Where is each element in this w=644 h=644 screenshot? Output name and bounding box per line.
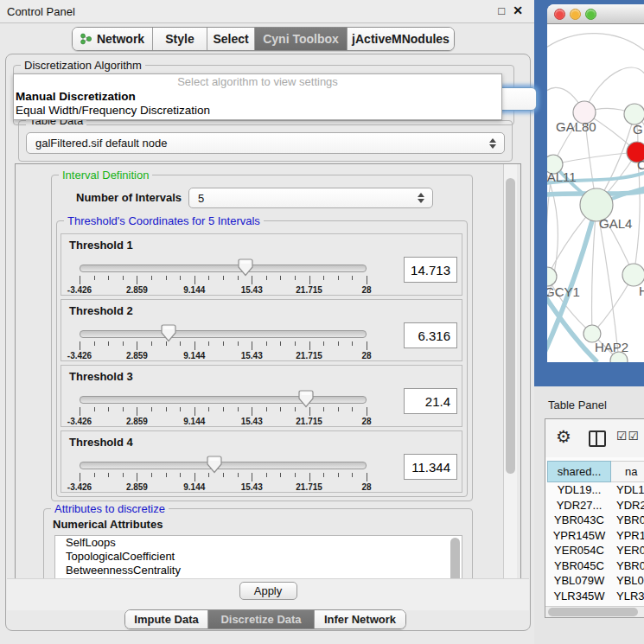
- slider-tick: [338, 407, 339, 411]
- table-row[interactable]: YLR345WYLR3: [547, 589, 644, 604]
- table-row[interactable]: YDR27...YDR2: [547, 498, 644, 513]
- network-node-label: H: [639, 284, 644, 298]
- table-header-row: shared... na: [547, 461, 644, 482]
- slider-thumb[interactable]: [238, 258, 253, 277]
- number-of-intervals-combobox[interactable]: 5: [188, 188, 433, 208]
- threshold-value-box[interactable]: 11.344: [404, 454, 457, 480]
- slider-tick: [166, 407, 167, 411]
- attribute-list-item[interactable]: BetweennessCentrality: [55, 564, 462, 577]
- threshold-slider[interactable]: -3.4262.8599.14415.4321.71528: [80, 457, 367, 492]
- slider-track[interactable]: [80, 462, 367, 469]
- table-row[interactable]: YBR043CYBR0: [547, 513, 644, 528]
- slider-tick: [223, 473, 224, 477]
- select-checkboxes-icon[interactable]: ☑☑: [616, 429, 640, 443]
- table-row[interactable]: YPR145WYPR1: [547, 528, 644, 544]
- threshold-slider[interactable]: -3.4262.8599.14415.4321.71528: [80, 392, 367, 426]
- slider-tick-label: 2.859: [126, 417, 148, 426]
- interval-definition-group: Interval Definition Number of Intervals …: [51, 175, 473, 501]
- slider-tick-label: 21.715: [296, 351, 322, 360]
- threshold-slider[interactable]: -3.4262.8599.14415.4321.71528: [80, 326, 367, 360]
- popup-option-equal-width-frequency[interactable]: Equal Width/Frequency Discretization: [14, 104, 501, 118]
- column-header-shared[interactable]: shared...: [547, 461, 611, 482]
- combobox-arrows-icon: [489, 138, 496, 149]
- top-tab-bar: Network Style Select Cyni Toolbox jActiv…: [72, 27, 455, 51]
- close-traffic-light[interactable]: [554, 9, 565, 20]
- threshold-slider[interactable]: -3.4262.8599.14415.4321.71528: [80, 260, 367, 295]
- slider-thumb[interactable]: [207, 456, 222, 474]
- slider-tick: [166, 276, 167, 280]
- table-row[interactable]: YER054CYER0: [547, 543, 644, 558]
- slider-track[interactable]: [80, 265, 367, 272]
- slider-tick: [352, 407, 353, 411]
- slider-tick: [180, 473, 181, 477]
- slider-tick-label: 9.144: [183, 351, 205, 360]
- slider-tick-label: 21.715: [296, 482, 322, 492]
- column-header-name[interactable]: na: [611, 461, 644, 482]
- tab-style[interactable]: Style: [153, 28, 207, 50]
- tab-network[interactable]: Network: [73, 28, 153, 50]
- popup-option-manual-discretization[interactable]: Manual Discretization: [14, 90, 501, 104]
- float-window-icon[interactable]: □: [498, 4, 505, 17]
- table-data-group: Table Data galFiltered.sif default node: [18, 120, 513, 162]
- slider-tick: [309, 407, 310, 416]
- table-row[interactable]: YBL079WYBL0: [547, 573, 644, 589]
- thresholds-group-title: Threshold's Coordinates for 5 Intervals: [64, 214, 264, 227]
- tab-discretize-data-label: Discretize Data: [220, 613, 301, 626]
- threshold-row: Threshold 4 -3.4262.8599.14415.4321.7152…: [61, 430, 462, 493]
- slider-tick: [108, 473, 109, 477]
- cell-shared-name: YBR045C: [547, 558, 611, 574]
- scrollbar-thumb[interactable]: [506, 178, 515, 474]
- scrollbar-thumb[interactable]: [548, 608, 638, 616]
- table-data-combobox[interactable]: galFiltered.sif default node: [26, 132, 505, 154]
- slider-tick: [367, 407, 367, 416]
- numerical-attributes-list[interactable]: SelfLoopsTopologicalCoefficientBetweenne…: [54, 535, 462, 580]
- threshold-row: Threshold 2 -3.4262.8599.14415.4321.7152…: [61, 299, 462, 361]
- zoom-traffic-light[interactable]: [585, 9, 596, 20]
- slider-tick: [80, 341, 80, 350]
- table-panel-area: Table Panel ⚙ ☑☑ shared... na YDL19...YD…: [534, 386, 644, 644]
- table-row[interactable]: YBR045CYBR0: [547, 558, 644, 574]
- slider-tick: [223, 407, 224, 411]
- slider-thumb[interactable]: [298, 390, 314, 408]
- discretization-algorithm-group-title: Discretization Algorithm: [21, 59, 145, 72]
- attribute-list-item[interactable]: TopologicalCoefficient: [55, 550, 462, 564]
- apply-button[interactable]: Apply: [239, 582, 297, 600]
- slider-track[interactable]: [80, 330, 367, 338]
- tab-discretize-data[interactable]: Discretize Data: [208, 610, 315, 628]
- tab-infer-network[interactable]: Infer Network: [315, 610, 405, 628]
- columns-icon[interactable]: [589, 430, 606, 447]
- tab-select[interactable]: Select: [207, 28, 255, 50]
- threshold-value-box[interactable]: 21.4: [404, 388, 457, 414]
- threshold-value-box[interactable]: 14.713: [404, 257, 457, 283]
- table-toolbar: ⚙ ☑☑: [545, 419, 644, 457]
- gear-icon[interactable]: ⚙: [556, 426, 571, 447]
- tab-impute-data[interactable]: Impute Data: [125, 610, 208, 628]
- slider-ticks: [80, 341, 367, 351]
- slider-ticks: [80, 473, 367, 482]
- close-icon[interactable]: ✕: [513, 3, 523, 17]
- cell-shared-name: YLR345W: [547, 589, 611, 604]
- attribute-list-item[interactable]: SelfLoops: [55, 536, 462, 550]
- tab-jactivemnodules[interactable]: jActiveMNodules: [348, 28, 454, 50]
- table-row[interactable]: YDL19...YDL1: [547, 482, 644, 498]
- network-icon: [80, 33, 92, 45]
- threshold-label: Threshold 2: [69, 304, 133, 317]
- settings-vertical-scrollbar[interactable]: [503, 164, 517, 579]
- bottom-tab-bar: Impute Data Discretize Data Infer Networ…: [124, 609, 406, 629]
- threshold-row: Threshold 3 -3.4262.8599.14415.4321.7152…: [61, 365, 462, 427]
- threshold-row: Threshold 1 -3.4262.8599.14415.4321.7152…: [61, 233, 462, 296]
- slider-tick: [367, 341, 367, 350]
- slider-thumb[interactable]: [161, 324, 176, 342]
- slider-tick: [137, 473, 137, 481]
- slider-tick-label: 28: [361, 351, 371, 360]
- tab-cyni-toolbox[interactable]: Cyni Toolbox: [255, 28, 348, 50]
- network-canvas[interactable]: GAL80GCGAL11GAL4GCY1HHAP2: [547, 24, 644, 362]
- attributes-list-scrollbar[interactable]: [450, 538, 460, 580]
- slider-tick: [94, 276, 95, 280]
- slider-tick: [266, 407, 267, 411]
- minimize-traffic-light[interactable]: [570, 9, 581, 20]
- thresholds-group: Threshold's Coordinates for 5 Intervals …: [56, 220, 468, 497]
- slider-track[interactable]: [80, 396, 367, 404]
- threshold-value-box[interactable]: 6.316: [404, 322, 457, 348]
- table-horizontal-scrollbar[interactable]: [545, 606, 644, 617]
